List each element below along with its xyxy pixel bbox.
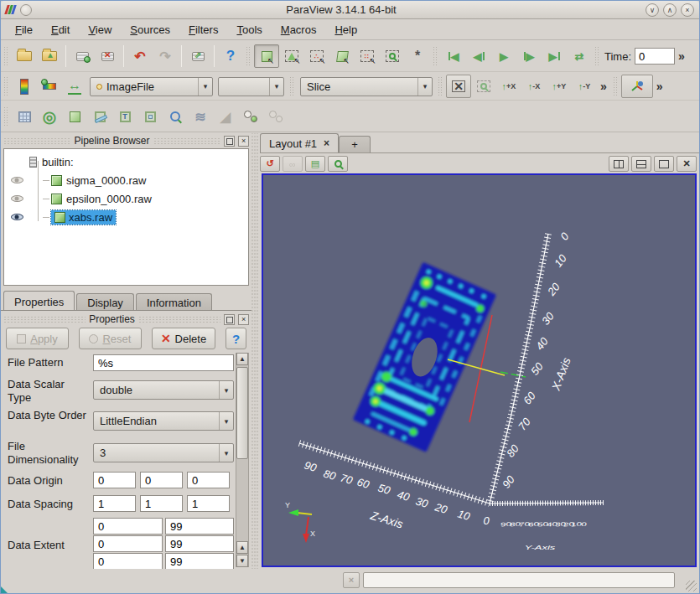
visibility-eye-icon[interactable] — [11, 214, 23, 220]
threshold-filter-button[interactable]: T — [112, 105, 137, 128]
panel-splitter[interactable] — [251, 133, 258, 569]
save-data-button[interactable]: ▲ — [37, 44, 62, 68]
component-combo[interactable]: ▾ — [218, 77, 284, 96]
toolbar-drag-handle[interactable] — [3, 76, 9, 96]
camera-undo-button[interactable]: ↺ — [260, 156, 280, 172]
toolbar-overflow-chevron[interactable]: » — [678, 49, 685, 63]
extract-subset-button[interactable] — [137, 105, 163, 128]
toolbar-overflow-chevron[interactable]: » — [656, 80, 663, 93]
scroll-up-button[interactable]: ▲ — [236, 353, 248, 365]
toolbar-drag-handle[interactable] — [594, 46, 600, 66]
extent-x-min-input[interactable] — [93, 518, 163, 535]
pipeline-close-button[interactable]: × — [238, 136, 249, 147]
origin-x-input[interactable] — [93, 472, 136, 488]
render-view[interactable]: 0 10 20 30 40 50 60 70 80 90 X-Axis — [262, 173, 697, 567]
toolbar-drag-handle[interactable] — [3, 46, 9, 66]
menu-filters[interactable]: Filters — [183, 22, 224, 38]
auto-apply-button[interactable]: ⇗ — [185, 44, 210, 68]
disconnect-server-button[interactable]: ✕ — [95, 44, 120, 68]
maximize-view-button[interactable] — [654, 156, 674, 172]
split-vertical-button[interactable] — [631, 156, 651, 172]
toolbar-overflow-chevron[interactable]: » — [600, 80, 607, 93]
scalar-type-combo[interactable]: double▾ — [93, 380, 234, 400]
pipeline-item-xabs[interactable]: xabs.raw — [4, 208, 248, 226]
hover-points-button[interactable]: * — [405, 44, 430, 68]
file-pattern-input[interactable] — [93, 354, 234, 371]
scroll-thumb[interactable] — [236, 367, 248, 459]
menu-sources[interactable]: Sources — [124, 22, 176, 38]
undo-button[interactable]: ↶ — [127, 44, 153, 68]
close-button[interactable]: × — [681, 3, 694, 17]
toolbar-drag-handle[interactable] — [438, 76, 443, 96]
view-plus-x-button[interactable]: ↑+X — [496, 75, 521, 98]
toolbar-drag-handle[interactable] — [289, 76, 295, 96]
delete-button[interactable]: ✕Delete — [152, 328, 215, 349]
menu-file[interactable]: File — [9, 22, 39, 38]
pipeline-item-epsilon[interactable]: epsilon_0000.raw — [4, 189, 248, 208]
byte-order-combo[interactable]: LittleEndian▾ — [93, 411, 234, 431]
visibility-eye-icon[interactable] — [11, 177, 23, 183]
extent-y-min-input[interactable] — [93, 535, 163, 552]
redo-button[interactable]: ↷ — [153, 44, 178, 68]
extent-x-max-input[interactable] — [165, 518, 234, 535]
edit-color-map-button[interactable] — [37, 75, 62, 98]
scroll-down-button[interactable]: ▼ — [236, 555, 248, 567]
origin-z-input[interactable] — [187, 472, 230, 488]
color-map-button[interactable] — [12, 75, 37, 98]
ungroup-button[interactable] — [263, 105, 288, 128]
inspector-help-button[interactable]: ? — [226, 328, 246, 349]
scroll-up-button2[interactable]: ▲ — [236, 541, 248, 554]
minimize-button[interactable]: ∨ — [646, 3, 659, 17]
split-horizontal-button[interactable] — [609, 156, 629, 172]
resize-grip[interactable] — [686, 581, 697, 591]
last-frame-button[interactable]: ▶ — [542, 44, 567, 68]
open-data-button[interactable] — [12, 44, 37, 68]
calculator-filter-button[interactable] — [12, 105, 37, 128]
time-input[interactable] — [635, 48, 675, 65]
properties-scrollbar[interactable]: ▲ ▲ ▼ — [236, 353, 249, 567]
representation-combo[interactable]: Slice ▾ — [300, 77, 433, 96]
connect-server-button[interactable] — [70, 44, 95, 68]
loop-button[interactable]: ⇄ — [567, 44, 592, 68]
add-layout-tab[interactable]: + — [339, 136, 371, 152]
layout-tab-close-icon[interactable]: × — [324, 137, 329, 149]
surface-selection-button[interactable]: ↖ — [254, 44, 279, 68]
zoom-to-data-button[interactable] — [471, 75, 496, 98]
spacing-x-input[interactable] — [93, 495, 136, 512]
pipeline-float-button[interactable] — [224, 136, 235, 147]
properties-close-button[interactable]: × — [238, 314, 249, 325]
select-cells-on-button[interactable]: ↖ — [279, 44, 304, 68]
abort-progress-button[interactable]: × — [343, 572, 360, 588]
extent-z-max-input[interactable] — [165, 553, 234, 570]
menu-tools[interactable]: Tools — [231, 22, 267, 38]
color-by-combo[interactable]: ImageFile ▾ — [90, 77, 213, 96]
properties-float-button[interactable] — [224, 314, 235, 325]
glyph-filter-button[interactable] — [163, 105, 188, 128]
spacing-z-input[interactable] — [187, 495, 230, 512]
extent-z-min-input[interactable] — [93, 553, 163, 570]
pipeline-item-builtin[interactable]: builtin: — [4, 152, 248, 171]
tab-information[interactable]: Information — [136, 293, 212, 310]
help-button[interactable]: ? — [218, 44, 243, 68]
select-points-through-button[interactable]: ∷↖ — [355, 44, 380, 68]
warp-filter-button[interactable]: ◢ — [213, 105, 238, 128]
tab-display[interactable]: Display — [76, 293, 134, 310]
reset-camera-button[interactable]: ✕ — [446, 75, 471, 98]
previous-frame-button[interactable]: ◀ — [466, 44, 491, 68]
contour-filter-button[interactable]: ◎ — [37, 105, 62, 128]
apply-button[interactable]: Apply — [6, 328, 69, 349]
first-frame-button[interactable]: ◀ — [441, 44, 466, 68]
next-frame-button[interactable]: ▶ — [516, 44, 542, 68]
extent-y-max-input[interactable] — [165, 535, 234, 552]
slice-filter-button[interactable] — [87, 105, 112, 128]
center-axes-visibility-button[interactable] — [621, 75, 653, 98]
menu-edit[interactable]: Edit — [45, 22, 75, 38]
menu-help[interactable]: Help — [329, 22, 363, 38]
stream-tracer-button[interactable]: ≋ — [188, 105, 213, 128]
view-plus-y-button[interactable]: ↑+Y — [547, 75, 572, 98]
menu-view[interactable]: View — [82, 22, 117, 38]
clip-filter-button[interactable] — [62, 105, 87, 128]
rescale-range-button[interactable]: ↔ — [62, 75, 87, 98]
tab-properties[interactable]: Properties — [3, 291, 75, 310]
layout-tab-1[interactable]: Layout #1 × — [260, 133, 339, 152]
